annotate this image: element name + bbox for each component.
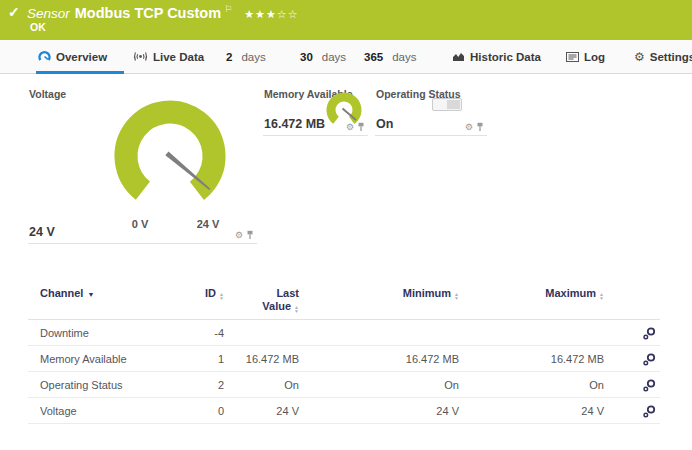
- channel-name: Memory Available: [28, 346, 163, 372]
- tab-365-days[interactable]: 365days: [364, 40, 416, 73]
- maximum-header-label: Maximum: [545, 287, 596, 299]
- channel-name: Operating Status: [28, 372, 163, 398]
- voltage-panel-title: Voltage: [29, 88, 66, 100]
- voltage-gauge: [110, 96, 230, 216]
- channel-settings-icon[interactable]: [642, 326, 656, 340]
- tab-30-days-number: 30: [300, 51, 313, 63]
- broadcast-icon: [133, 51, 148, 62]
- active-tab-indicator: [36, 71, 124, 74]
- gear-icon: ⚙: [634, 51, 645, 63]
- channel-minimum: [303, 320, 463, 346]
- pin-icon[interactable]: [246, 230, 254, 240]
- column-header-last-value[interactable]: LastValue▲▼: [228, 283, 303, 320]
- object-kind-label: Sensor: [27, 6, 70, 21]
- channel-maximum: 16.472 MB: [463, 346, 608, 372]
- channel-settings-icon[interactable]: [642, 404, 656, 418]
- sort-icon: ▲▼: [219, 292, 224, 300]
- channel-last-value: 24 V: [228, 398, 303, 424]
- channel-settings-cell: [608, 346, 660, 372]
- pin-icon[interactable]: [357, 122, 365, 132]
- minimum-header-label: Minimum: [403, 287, 451, 299]
- sort-desc-icon: ▼: [87, 291, 94, 298]
- channel-id: -4: [163, 320, 228, 346]
- channel-last-value: [228, 320, 303, 346]
- gear-icon[interactable]: ⚙: [465, 123, 473, 132]
- column-header-actions: [608, 283, 660, 320]
- column-header-minimum[interactable]: Minimum▲▼: [303, 283, 463, 320]
- gauge-scale-max: 24 V: [188, 218, 228, 230]
- channel-id: 0: [163, 398, 228, 424]
- switch-knob: [447, 100, 460, 109]
- sort-icon: ▲▼: [599, 292, 604, 300]
- channel-minimum: On: [303, 372, 463, 398]
- tab-2-days-number: 2: [226, 51, 232, 63]
- last-value-header-line2: Value: [262, 300, 291, 312]
- tab-365-days-label: days: [392, 51, 416, 63]
- table-row: Voltage 0 24 V 24 V 24 V: [28, 398, 660, 424]
- tab-log-label: Log: [584, 51, 605, 63]
- page-title: Modbus TCP Custom: [75, 5, 221, 21]
- channels-table: Channel▼ ID▲▼ LastValue▲▼ Minimum▲▼ Maxi…: [28, 283, 660, 424]
- pin-icon[interactable]: [476, 122, 484, 132]
- sort-icon: ▲▼: [294, 305, 299, 313]
- last-value-header-line1: Last: [232, 287, 299, 300]
- status-ok-check-icon: ✓: [8, 4, 20, 20]
- channel-settings-icon[interactable]: [642, 352, 656, 366]
- column-header-channel[interactable]: Channel▼: [28, 283, 163, 320]
- channel-name: Voltage: [28, 398, 163, 424]
- id-header-label: ID: [205, 287, 216, 299]
- status-header: ✓ SensorModbus TCP Custom⚐★★★☆☆ OK: [0, 0, 692, 40]
- tab-log[interactable]: Log: [566, 40, 605, 73]
- stars-filled: ★★★: [244, 8, 277, 20]
- gauge-icon: [38, 50, 51, 63]
- channel-maximum: 24 V: [463, 398, 608, 424]
- tab-settings-label: Settings: [650, 51, 692, 63]
- voltage-gauge-panel: Voltage 0 V 24 V 24 V ⚙: [28, 82, 257, 244]
- channel-maximum: On: [463, 372, 608, 398]
- memory-value: 16.472 MB: [264, 117, 325, 131]
- tab-bar: Overview Live Data 2days 30days 365days …: [0, 40, 692, 74]
- tab-30-days[interactable]: 30days: [300, 40, 346, 73]
- column-header-id[interactable]: ID▲▼: [163, 283, 228, 320]
- tab-historic-data-label: Historic Data: [470, 51, 541, 63]
- channel-minimum: 24 V: [303, 398, 463, 424]
- tab-2-days[interactable]: 2days: [226, 40, 266, 73]
- tab-overview-label: Overview: [56, 51, 107, 63]
- channel-name: Downtime: [28, 320, 163, 346]
- tab-settings[interactable]: ⚙ Settings: [634, 40, 692, 73]
- gear-icon[interactable]: ⚙: [346, 123, 354, 132]
- tab-365-days-number: 365: [364, 51, 383, 63]
- area-chart-icon: [452, 51, 465, 62]
- tab-historic-data[interactable]: Historic Data: [452, 40, 541, 73]
- table-row: Downtime -4: [28, 320, 660, 346]
- tab-live-data[interactable]: Live Data: [133, 40, 204, 73]
- channel-header-label: Channel: [40, 287, 83, 299]
- sensor-overview-page: ✓ SensorModbus TCP Custom⚐★★★☆☆ OK Overv…: [0, 0, 692, 450]
- gear-icon[interactable]: ⚙: [235, 231, 243, 240]
- sensor-title-line: SensorModbus TCP Custom⚐★★★☆☆: [27, 4, 299, 21]
- channel-maximum: [463, 320, 608, 346]
- log-list-icon: [566, 52, 579, 62]
- operating-value: On: [376, 117, 393, 131]
- operating-status-panel: Operating Status On ⚙: [375, 82, 487, 136]
- channel-settings-icon[interactable]: [642, 378, 656, 392]
- tab-30-days-label: days: [322, 51, 346, 63]
- channel-settings-cell: [608, 398, 660, 424]
- sort-icon: ▲▼: [454, 292, 459, 300]
- channel-last-value: 16.472 MB: [228, 346, 303, 372]
- memory-available-panel: Memory Available 16.472 MB ⚙: [263, 82, 368, 136]
- tab-overview[interactable]: Overview: [38, 40, 107, 73]
- table-row: Operating Status 2 On On On: [28, 372, 660, 398]
- voltage-value: 24 V: [29, 225, 55, 239]
- gauge-scale-min: 0 V: [120, 218, 160, 230]
- toggle-switch-icon: [432, 98, 462, 111]
- priority-stars[interactable]: ★★★☆☆: [244, 8, 298, 20]
- flag-icon[interactable]: ⚐: [224, 4, 232, 14]
- channel-settings-cell: [608, 320, 660, 346]
- table-row: Memory Available 1 16.472 MB 16.472 MB 1…: [28, 346, 660, 372]
- tab-live-data-label: Live Data: [153, 51, 204, 63]
- channel-minimum: 16.472 MB: [303, 346, 463, 372]
- column-header-maximum[interactable]: Maximum▲▼: [463, 283, 608, 320]
- channel-id: 2: [163, 372, 228, 398]
- channel-settings-cell: [608, 372, 660, 398]
